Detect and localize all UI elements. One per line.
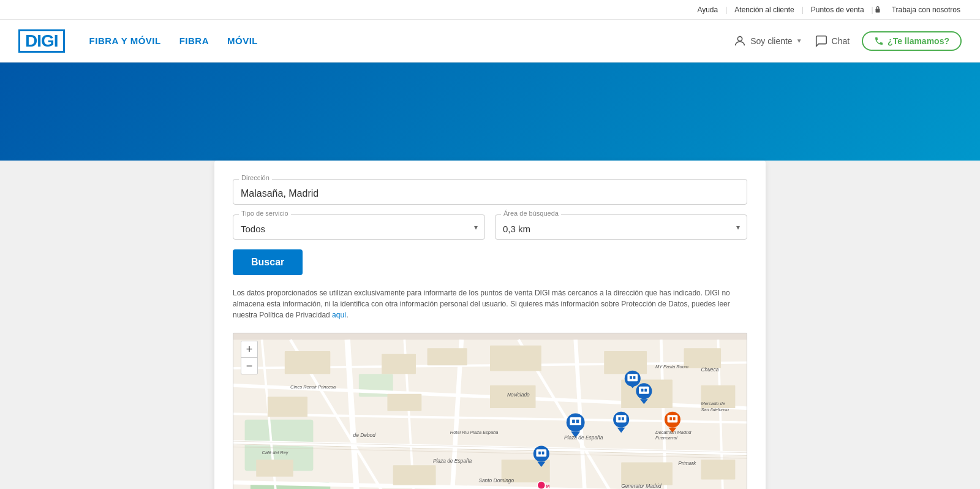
svg-text:Chueca: Chueca bbox=[701, 366, 719, 373]
nav-left: DIGI FIBRA Y MÓVIL FIBRA MÓVIL bbox=[18, 29, 258, 53]
svg-text:Fuencarral: Fuencarral bbox=[655, 435, 677, 441]
svg-rect-67 bbox=[673, 417, 676, 420]
svg-text:de Debod: de Debod bbox=[353, 432, 376, 438]
svg-text:Cines Renoir Princesa: Cines Renoir Princesa bbox=[290, 384, 336, 390]
privacy-text-main: Los datos proporcionados se utilizan exc… bbox=[233, 289, 730, 319]
svg-rect-39 bbox=[701, 460, 736, 480]
buscar-button[interactable]: Buscar bbox=[233, 249, 303, 275]
svg-text:Café del Rey: Café del Rey bbox=[262, 450, 289, 455]
svg-rect-35 bbox=[256, 460, 293, 477]
svg-rect-0 bbox=[875, 9, 880, 12]
form-row: Tipo de servicio Todos Tienda Locutorio … bbox=[233, 214, 747, 240]
svg-rect-66 bbox=[669, 417, 672, 420]
svg-rect-51 bbox=[641, 389, 644, 392]
zoom-out-button[interactable]: − bbox=[241, 358, 257, 374]
svg-rect-31 bbox=[387, 394, 421, 411]
svg-text:MY Pasta Room: MY Pasta Room bbox=[655, 364, 688, 370]
svg-text:Decathlon Madrid: Decathlon Madrid bbox=[655, 430, 692, 435]
topbar-trabaja[interactable]: Trabaja con nosotros bbox=[884, 6, 968, 14]
nav-fibra-movil[interactable]: FIBRA Y MÓVIL bbox=[89, 36, 161, 46]
area-group: Área de búsqueda 0,3 km 0,5 km 1 km 2 km… bbox=[495, 214, 747, 240]
svg-rect-24 bbox=[285, 351, 330, 374]
svg-rect-72 bbox=[576, 420, 579, 423]
svg-rect-29 bbox=[684, 348, 722, 368]
svg-rect-57 bbox=[622, 417, 624, 420]
svg-text:Plaza de España: Plaza de España bbox=[433, 458, 472, 464]
address-input[interactable] bbox=[233, 179, 747, 205]
svg-rect-27 bbox=[490, 346, 541, 371]
svg-rect-26 bbox=[428, 348, 467, 365]
svg-text:Primark: Primark bbox=[678, 460, 696, 466]
map-zoom: + − bbox=[241, 341, 258, 374]
svg-text:Hotel Riu Plaza España: Hotel Riu Plaza España bbox=[450, 430, 499, 435]
address-label: Dirección bbox=[239, 174, 272, 181]
svg-text:Mercado de: Mercado de bbox=[701, 401, 725, 406]
briefcase-icon bbox=[873, 6, 882, 14]
chat-icon bbox=[815, 34, 828, 48]
main-card: Dirección Tipo de servicio Todos Tienda … bbox=[214, 161, 766, 489]
chat-label: Chat bbox=[832, 36, 850, 46]
user-label: Soy cliente bbox=[750, 36, 792, 46]
privacy-link[interactable]: aquí bbox=[332, 311, 346, 319]
zoom-in-button[interactable]: + bbox=[241, 341, 257, 357]
svg-rect-55 bbox=[616, 415, 627, 422]
card-inner: Dirección Tipo de servicio Todos Tienda … bbox=[214, 161, 766, 489]
svg-rect-62 bbox=[542, 452, 545, 455]
svg-rect-38 bbox=[621, 463, 673, 485]
area-label: Área de búsqueda bbox=[501, 210, 561, 217]
map-container[interactable]: M Noviciado Plaza de España Santo Doming… bbox=[233, 333, 747, 489]
main-nav: DIGI FIBRA Y MÓVIL FIBRA MÓVIL Soy clien… bbox=[0, 20, 980, 63]
svg-point-74 bbox=[537, 481, 545, 489]
svg-rect-46 bbox=[630, 376, 632, 379]
top-bar: Ayuda | Atención al cliente | Puntos de … bbox=[0, 0, 980, 20]
svg-rect-65 bbox=[668, 415, 678, 422]
service-group: Tipo de servicio Todos Tienda Locutorio … bbox=[233, 214, 485, 240]
svg-text:M: M bbox=[546, 483, 549, 489]
svg-rect-28 bbox=[604, 351, 647, 374]
nav-links: FIBRA Y MÓVIL FIBRA MÓVIL bbox=[89, 36, 258, 46]
logo[interactable]: DIGI bbox=[18, 29, 65, 53]
svg-point-1 bbox=[737, 36, 742, 40]
topbar-ayuda[interactable]: Ayuda bbox=[690, 6, 725, 14]
svg-rect-36 bbox=[393, 465, 436, 485]
svg-rect-45 bbox=[627, 374, 638, 381]
svg-rect-52 bbox=[644, 389, 647, 392]
privacy-text: Los datos proporcionados se utilizan exc… bbox=[233, 287, 747, 320]
area-select-wrapper: 0,3 km 0,5 km 1 km 2 km 5 km ▾ bbox=[495, 214, 747, 240]
topbar-atencion[interactable]: Atención al cliente bbox=[727, 6, 801, 14]
svg-rect-60 bbox=[536, 449, 546, 457]
call-label: ¿Te llamamos? bbox=[888, 36, 949, 46]
map-svg: M Noviciado Plaza de España Santo Doming… bbox=[233, 333, 747, 489]
svg-rect-56 bbox=[619, 417, 621, 420]
user-chevron: ▼ bbox=[796, 37, 802, 44]
service-label: Tipo de servicio bbox=[239, 210, 291, 217]
svg-text:Noviciado: Noviciado bbox=[507, 392, 530, 398]
phone-icon bbox=[874, 36, 884, 46]
svg-rect-61 bbox=[538, 452, 541, 455]
nav-user[interactable]: Soy cliente ▼ bbox=[733, 34, 802, 48]
nav-movil[interactable]: MÓVIL bbox=[227, 36, 258, 46]
svg-text:Plaza de España: Plaza de España bbox=[564, 434, 603, 441]
svg-text:Generator Madrid: Generator Madrid bbox=[621, 483, 662, 489]
svg-rect-25 bbox=[382, 354, 416, 374]
call-button[interactable]: ¿Te llamamos? bbox=[862, 31, 962, 51]
nav-fibra[interactable]: FIBRA bbox=[179, 36, 209, 46]
service-select[interactable]: Todos Tienda Locutorio Distribuidor bbox=[233, 214, 485, 240]
svg-rect-30 bbox=[268, 396, 307, 417]
svg-text:Santo Domingo: Santo Domingo bbox=[478, 477, 514, 483]
address-group: Dirección bbox=[233, 179, 747, 205]
nav-chat[interactable]: Chat bbox=[815, 34, 850, 48]
svg-rect-47 bbox=[633, 376, 636, 379]
svg-rect-70 bbox=[570, 417, 581, 425]
svg-rect-71 bbox=[572, 420, 575, 423]
area-select[interactable]: 0,3 km 0,5 km 1 km 2 km 5 km bbox=[495, 214, 747, 240]
topbar-puntos[interactable]: Puntos de venta bbox=[804, 6, 872, 14]
privacy-text-end: . bbox=[346, 311, 348, 319]
nav-right: Soy cliente ▼ Chat ¿Te llamamos? bbox=[733, 31, 962, 51]
service-select-wrapper: Todos Tienda Locutorio Distribuidor ▾ bbox=[233, 214, 485, 240]
user-icon bbox=[733, 34, 747, 48]
svg-text:San Ildefonso: San Ildefonso bbox=[701, 407, 729, 412]
svg-rect-50 bbox=[639, 387, 649, 394]
